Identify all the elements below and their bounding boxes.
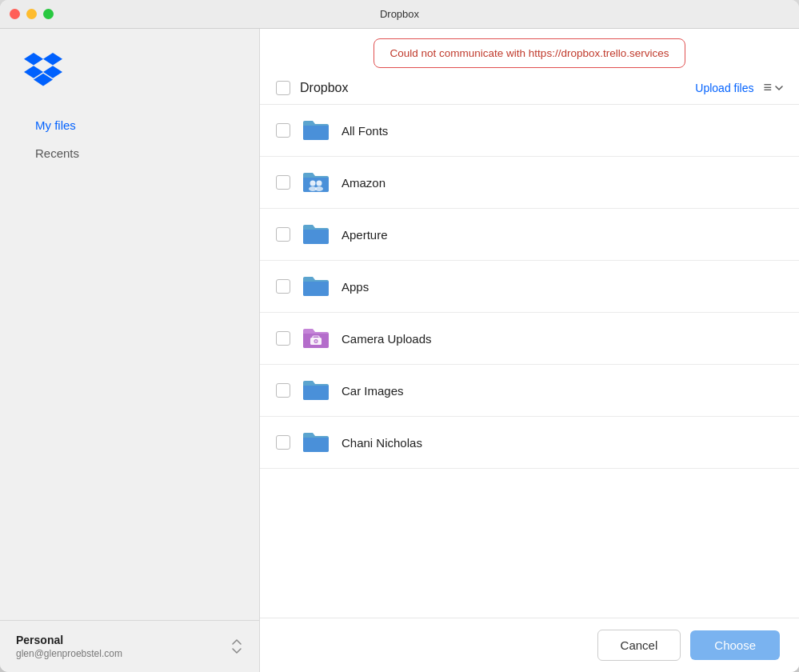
file-list: All Fonts: [260, 105, 799, 618]
row-checkbox[interactable]: [276, 383, 290, 398]
row-checkbox[interactable]: [276, 435, 290, 450]
list-view-icon: ≡: [763, 79, 772, 96]
file-row[interactable]: Camera Uploads: [260, 313, 799, 365]
file-name: All Fonts: [342, 124, 388, 138]
folder-icon: [302, 428, 330, 457]
folder-icon: [302, 272, 330, 301]
account-info: Personal glen@glenproebstel.com: [16, 634, 122, 659]
bottom-bar: Cancel Choose: [260, 618, 799, 672]
sidebar-item-my-files[interactable]: My files: [22, 112, 237, 138]
account-plan: Personal: [16, 634, 122, 646]
title-bar: Dropbox: [0, 0, 799, 29]
row-checkbox[interactable]: [276, 123, 290, 138]
svg-point-0: [310, 181, 316, 186]
content-area: My files Recents Personal glen@glenproeb…: [0, 29, 799, 672]
error-banner: Could not communicate with https://dropb…: [374, 38, 686, 68]
close-button[interactable]: [10, 9, 20, 19]
window-title: Dropbox: [380, 8, 419, 20]
sidebar-top: My files Recents: [0, 29, 259, 176]
svg-point-1: [317, 181, 322, 186]
traffic-lights: [10, 9, 54, 19]
error-banner-container: Could not communicate with https://dropb…: [260, 29, 799, 68]
app-window: Dropbox My files: [0, 0, 799, 672]
svg-point-3: [315, 186, 323, 191]
file-name: Camera Uploads: [342, 332, 432, 346]
folder-icon: [302, 324, 330, 353]
sidebar-item-recents[interactable]: Recents: [22, 140, 237, 166]
file-name: Amazon: [342, 176, 386, 190]
choose-button[interactable]: Choose: [690, 630, 780, 660]
select-all-checkbox[interactable]: [276, 81, 290, 95]
folder-icon: [302, 168, 330, 197]
account-email: glen@glenproebstel.com: [16, 648, 122, 659]
dropbox-logo: [24, 48, 243, 90]
folder-icon: [302, 376, 330, 405]
sidebar-nav: My files Recents: [16, 112, 243, 166]
folder-icon: [302, 116, 330, 145]
minimize-button[interactable]: [26, 9, 37, 19]
file-name: Car Images: [342, 384, 404, 398]
cancel-button[interactable]: Cancel: [597, 630, 681, 661]
file-name: Apps: [342, 280, 369, 294]
row-checkbox[interactable]: [276, 175, 290, 190]
file-row[interactable]: Apps: [260, 261, 799, 313]
row-checkbox[interactable]: [276, 279, 290, 294]
file-name: Aperture: [342, 228, 388, 242]
view-dropdown-icon: [775, 84, 783, 92]
sidebar-footer: Personal glen@glenproebstel.com: [0, 620, 259, 672]
current-folder-title: Dropbox: [300, 81, 685, 95]
row-checkbox[interactable]: [276, 331, 290, 346]
main-content: Could not communicate with https://dropb…: [260, 29, 799, 672]
maximize-button[interactable]: [43, 9, 54, 19]
file-toolbar: Dropbox Upload files ≡: [260, 68, 799, 105]
error-message: Could not communicate with https://dropb…: [390, 47, 669, 59]
account-switcher[interactable]: [230, 638, 243, 654]
file-name: Chani Nicholas: [342, 436, 422, 450]
file-row[interactable]: All Fonts: [260, 105, 799, 157]
row-checkbox[interactable]: [276, 227, 290, 242]
file-row[interactable]: Car Images: [260, 365, 799, 417]
file-row[interactable]: Amazon: [260, 157, 799, 209]
file-row[interactable]: Chani Nicholas: [260, 417, 799, 469]
file-row[interactable]: Aperture: [260, 209, 799, 261]
svg-point-6: [315, 340, 318, 342]
sidebar: My files Recents Personal glen@glenproeb…: [0, 29, 260, 672]
view-toggle[interactable]: ≡: [763, 79, 783, 96]
upload-files-button[interactable]: Upload files: [695, 82, 753, 94]
folder-icon: [302, 220, 330, 249]
